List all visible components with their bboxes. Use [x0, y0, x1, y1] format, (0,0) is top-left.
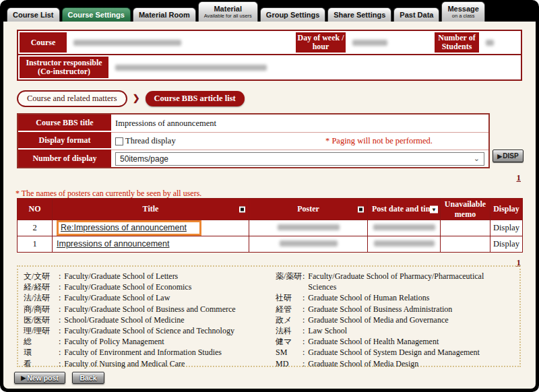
legend-abbr: MD	[276, 358, 303, 369]
legend-item: 法/法研:Faculty/Graduate School of Law	[24, 292, 276, 303]
play-icon: ▶	[21, 374, 26, 381]
legend-abbr: 経管	[276, 304, 303, 315]
row-poster-cell	[249, 220, 368, 236]
students-value	[480, 31, 521, 54]
tab-course-list[interactable]: Course List	[7, 7, 60, 22]
row-no: 1	[18, 236, 53, 253]
legend-item: 法科:Law School	[276, 325, 514, 336]
tab-share-settings[interactable]: Share Settings	[327, 7, 391, 22]
thread-display-checkbox[interactable]	[115, 137, 123, 145]
new-post-button[interactable]: ▶New post	[14, 372, 65, 384]
chevron-down-icon: ⌄	[474, 154, 480, 163]
legend-item: SM:Graduate School of System Design and …	[276, 347, 514, 358]
day-of-week-value	[347, 31, 433, 54]
article-link[interactable]: Re:Impressions of announcement	[61, 223, 187, 232]
instructor-label: Instructor responsible (Co-instructor)	[20, 57, 108, 78]
legend-abbr: 社研	[276, 292, 303, 303]
legend-abbr: 法/法研	[24, 292, 59, 303]
tab-past-data[interactable]: Past Data	[393, 7, 439, 22]
legend-desc: Faculty/Graduate School of Pharmacy/Phar…	[308, 271, 514, 292]
sort-date-desc-icon[interactable]: ▼	[430, 205, 438, 213]
legend-item: 医/医研:School/Graduate School of Medicine	[24, 315, 276, 325]
tab-label: Group Settings	[266, 11, 319, 19]
article-link[interactable]: Impressions of announcement	[57, 239, 169, 249]
tab-label: Message	[447, 5, 478, 13]
row-poster-cell	[249, 236, 368, 253]
redacted-poster	[278, 224, 340, 230]
items-per-page-value: 50items/page	[120, 154, 168, 164]
display-format-label: Display format	[18, 132, 111, 150]
tab-material[interactable]: MaterialAvailable for all users	[198, 1, 258, 22]
sort-title-icon[interactable]	[239, 206, 245, 212]
back-button[interactable]: Back	[72, 372, 104, 384]
legend-sep: :	[59, 325, 61, 336]
back-label: Back	[80, 374, 96, 382]
legend-abbr: 法科	[276, 325, 303, 336]
tab-label: Share Settings	[334, 11, 385, 19]
tab-label: Course Settings	[68, 11, 125, 19]
redacted-student-count	[486, 40, 494, 46]
disp-button[interactable]: ▶DISP	[493, 150, 524, 162]
tab-group-settings[interactable]: Group Settings	[260, 7, 325, 22]
col-poster-label: Poster	[297, 204, 319, 214]
play-icon: ▶	[497, 153, 502, 160]
redacted-date	[374, 240, 435, 247]
items-per-page-select[interactable]: 50items/page ⌄	[115, 152, 484, 166]
legend-desc: Law School	[308, 325, 347, 336]
tab-label: Course List	[13, 11, 54, 19]
redacted-course-name	[73, 40, 181, 46]
legend-item: 理/理研:Faculty/Graduate School of Science …	[24, 325, 276, 336]
paging-note: * Paging will not be performed.	[325, 136, 433, 146]
legend-item: 商/商研:Faculty/Graduate School of Business…	[24, 304, 276, 315]
legend-desc: Faculty/Graduate School of Law	[64, 292, 170, 303]
legend-item: 健マ:Graduate School of Health Management	[276, 336, 514, 347]
row-display-action[interactable]: Display	[490, 220, 523, 236]
row-title-cell: Re:Impressions of announcement	[53, 220, 249, 236]
legend-desc: Graduate School of Media Design	[308, 358, 418, 369]
legend-sep: :	[303, 325, 305, 336]
row-display-action[interactable]: Display	[490, 236, 523, 253]
legend-sep: :	[59, 336, 61, 347]
legend-desc: Faculty of Nursing and Medical Care	[64, 358, 185, 369]
bbs-filter-form: Course BBS title Impressions of announce…	[17, 113, 490, 168]
pagination-page-1-top[interactable]: 1	[517, 172, 521, 183]
col-post-date: Post date and time▼	[368, 199, 441, 220]
tab-course-settings[interactable]: Course Settings	[62, 7, 131, 22]
legend-sep: :	[303, 304, 305, 315]
thread-display-label: Thread display	[125, 136, 176, 146]
legend-desc: Faculty of Policy Management	[64, 336, 164, 347]
legend-sep: :	[303, 347, 305, 358]
legend-sep: :	[303, 271, 305, 292]
tab-label: Material	[214, 5, 242, 13]
legend-item: 社研:Graduate School of Human Relations	[276, 292, 514, 303]
tab-material-room[interactable]: Material Room	[133, 7, 196, 22]
legend-sep: :	[59, 304, 61, 315]
legend-desc: Faculty/Graduate School of Business and …	[64, 304, 235, 315]
breadcrumb-arrow-icon: ❯	[133, 93, 140, 104]
course-info-table: Course Day of week / hour Number of Stud…	[17, 30, 522, 81]
faculty-legend: 文/文研:Faculty/Graduate School of Letters …	[17, 265, 521, 367]
legend-abbr: 政メ	[276, 315, 303, 325]
students-label: Number of Students	[435, 32, 479, 53]
legend-left-column: 文/文研:Faculty/Graduate School of Letters …	[24, 271, 276, 362]
legend-desc: Graduate School of Media and Governance	[308, 315, 448, 325]
tab-sublabel: Available for all users	[204, 13, 252, 19]
tab-label: Material Room	[139, 11, 190, 19]
sort-poster-icon[interactable]	[358, 206, 364, 212]
tab-message[interactable]: Messageon a class	[441, 1, 484, 22]
legend-desc: Graduate School of System Design and Man…	[308, 347, 480, 358]
legend-item: 看:Faculty of Nursing and Medical Care	[24, 358, 276, 369]
breadcrumb-course-related-button[interactable]: Course and related matters	[17, 90, 127, 107]
redacted-date	[373, 224, 435, 230]
legend-sep: :	[59, 315, 61, 325]
legend-abbr: 環	[24, 347, 59, 358]
row-memo-cell	[441, 220, 490, 236]
bbs-title-value: Impressions of announcement	[111, 115, 488, 132]
legend-desc: Graduate School of Business Administrati…	[308, 304, 452, 315]
legend-desc: Faculty/Graduate School of Letters	[64, 271, 178, 282]
legend-right-column: 薬/薬研:Faculty/Graduate School of Pharmacy…	[276, 271, 514, 362]
legend-sep: :	[59, 292, 61, 303]
bbs-title-label: Course BBS title	[18, 115, 111, 132]
table-row: 2 Re:Impressions of announcement Display	[18, 220, 523, 236]
col-title: Title	[53, 199, 249, 220]
